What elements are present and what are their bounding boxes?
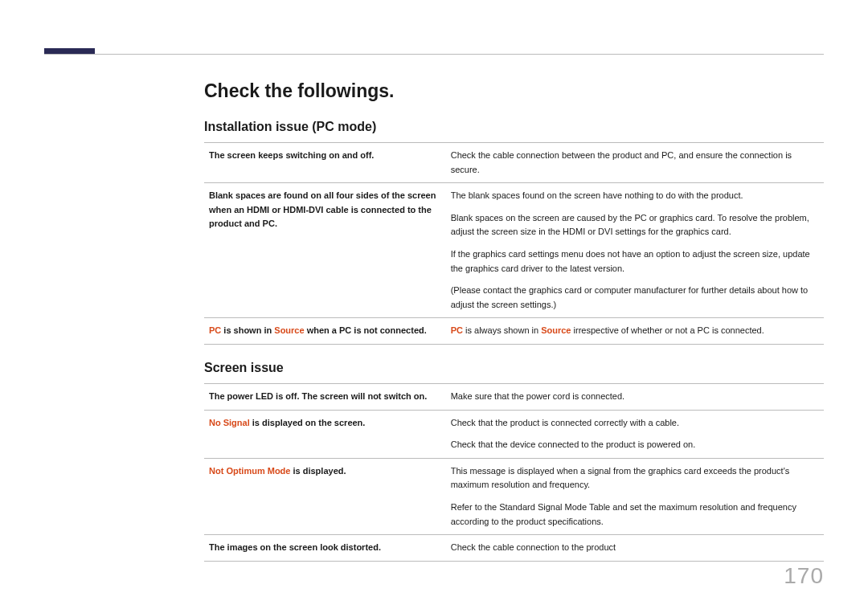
problem-cell: The images on the screen look distorted. <box>204 535 446 562</box>
table-row: No Signal is displayed on the screen.Che… <box>204 410 824 458</box>
table-row: Blank spaces are found on all four sides… <box>204 183 824 318</box>
page-number: 170 <box>784 563 824 589</box>
solution-cell: Check the cable connection between the p… <box>446 143 824 183</box>
problem-cell: No Signal is displayed on the screen. <box>204 410 446 458</box>
table-installation: The screen keeps switching on and off.Ch… <box>204 142 824 345</box>
solution-cell: PC is always shown in Source irrespectiv… <box>446 318 824 345</box>
problem-cell: The power LED is off. The screen will no… <box>204 383 446 410</box>
table-screen: The power LED is off. The screen will no… <box>204 383 824 562</box>
table-row: PC is shown in Source when a PC is not c… <box>204 318 824 345</box>
section-screen-title: Screen issue <box>204 361 824 375</box>
table-row: The screen keeps switching on and off.Ch… <box>204 143 824 183</box>
table-row: The images on the screen look distorted.… <box>204 535 824 562</box>
top-rule <box>44 54 824 55</box>
problem-cell: PC is shown in Source when a PC is not c… <box>204 318 446 345</box>
content-area: Check the followings. Installation issue… <box>204 80 824 562</box>
page-title: Check the followings. <box>204 80 824 102</box>
table-row: The power LED is off. The screen will no… <box>204 383 824 410</box>
solution-cell: The blank spaces found on the screen hav… <box>446 183 824 318</box>
solution-cell: Make sure that the power cord is connect… <box>446 383 824 410</box>
section-installation-title: Installation issue (PC mode) <box>204 120 824 134</box>
solution-cell: Check that the product is connected corr… <box>446 410 824 458</box>
solution-cell: This message is displayed when a signal … <box>446 458 824 534</box>
table-row: Not Optimum Mode is displayed.This messa… <box>204 458 824 534</box>
solution-cell: Check the cable connection to the produc… <box>446 535 824 562</box>
problem-cell: The screen keeps switching on and off. <box>204 143 446 183</box>
problem-cell: Blank spaces are found on all four sides… <box>204 183 446 318</box>
problem-cell: Not Optimum Mode is displayed. <box>204 458 446 534</box>
